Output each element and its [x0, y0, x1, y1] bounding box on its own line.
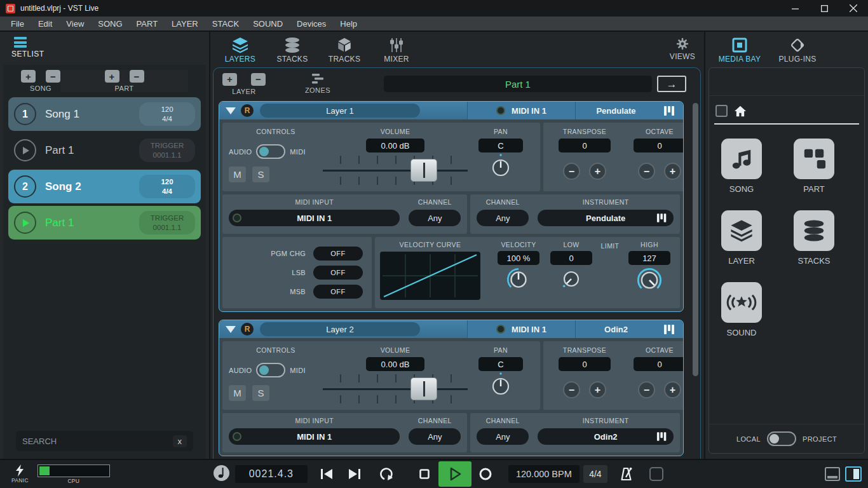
tab-mixer[interactable]: MIXER	[378, 37, 415, 64]
layer-instrument[interactable]: Pendulate	[596, 106, 635, 116]
setlist-row-part-1[interactable]: Part 1 TRIGGER 0001.1.1	[8, 133, 201, 167]
solo-button[interactable]: S	[252, 166, 269, 182]
search-input[interactable]	[22, 437, 173, 446]
layer-midi-in[interactable]: MIDI IN 1	[512, 325, 546, 334]
pgm-chg-button[interactable]: OFF	[313, 247, 363, 261]
time-signature-display[interactable]: 4/4	[583, 465, 607, 483]
collapse-icon[interactable]	[226, 326, 236, 333]
velocity-value[interactable]: 100 %	[498, 251, 539, 265]
media-tile-layer[interactable]: LAYER	[721, 210, 763, 266]
instrument-select[interactable]: Pendulate	[538, 210, 674, 226]
menu-help[interactable]: Help	[333, 18, 364, 30]
octave-minus-button[interactable]: −	[638, 381, 655, 398]
menu-layer[interactable]: LAYER	[165, 18, 205, 30]
toggle-right-zone-button[interactable]	[845, 466, 862, 482]
record-ready-badge[interactable]: R	[241, 323, 254, 336]
open-instrument-button[interactable]	[656, 320, 683, 338]
transport-checkbox[interactable]	[649, 467, 663, 481]
time-format-button[interactable]	[213, 464, 230, 484]
high-value[interactable]: 127	[628, 251, 670, 265]
layer-midi-in[interactable]: MIDI IN 1	[512, 106, 546, 116]
add-part-button[interactable]: +	[105, 70, 119, 83]
volume-slider-handle[interactable]	[410, 377, 437, 400]
media-filter-checkbox[interactable]	[715, 105, 728, 117]
pan-value[interactable]: C	[478, 357, 523, 371]
instrument-channel-select[interactable]: Any	[477, 210, 529, 226]
tab-stacks[interactable]: STACKS	[274, 37, 311, 64]
open-part-button[interactable]: →	[657, 76, 686, 92]
pan-knob[interactable]	[488, 153, 513, 180]
velocity-knob[interactable]	[505, 266, 532, 293]
tab-layers[interactable]: LAYERS	[222, 37, 259, 64]
solo-button[interactable]: S	[252, 385, 269, 401]
transpose-plus-button[interactable]: +	[589, 381, 606, 398]
remove-song-button[interactable]: −	[46, 70, 60, 83]
layer1-header[interactable]: R Layer 1 MIDI IN 1 Pendulate	[219, 102, 683, 119]
add-song-button[interactable]: +	[21, 70, 36, 83]
menu-stack[interactable]: STACK	[205, 18, 246, 30]
close-button[interactable]	[839, 0, 868, 17]
transpose-value[interactable]: 0	[559, 139, 611, 152]
transpose-plus-button[interactable]: +	[589, 163, 606, 180]
layer-name[interactable]: Layer 1	[260, 104, 420, 118]
instrument-select[interactable]: Odin2	[538, 428, 674, 445]
part-play-icon[interactable]	[14, 212, 36, 234]
channel-select[interactable]: Any	[409, 210, 461, 226]
home-icon[interactable]	[734, 105, 747, 117]
high-knob[interactable]	[635, 266, 663, 294]
menu-song[interactable]: SONG	[91, 18, 129, 30]
volume-value[interactable]: 0.00 dB	[366, 357, 424, 371]
go-to-start-button[interactable]	[313, 461, 341, 487]
media-tile-stacks[interactable]: STACKS	[793, 210, 835, 266]
views-button[interactable]: VIEWS	[670, 37, 695, 61]
remove-part-button[interactable]: −	[130, 70, 144, 83]
stop-button[interactable]	[410, 461, 438, 487]
midi-input-select[interactable]: MIDI IN 1	[229, 210, 400, 226]
audio-midi-toggle[interactable]	[256, 144, 285, 159]
media-tile-song[interactable]: SONG	[721, 139, 763, 194]
instrument-channel-select[interactable]: Any	[477, 428, 529, 445]
low-value[interactable]: 0	[550, 251, 592, 265]
octave-value[interactable]: 0	[634, 139, 684, 152]
menu-part[interactable]: PART	[130, 18, 165, 30]
menu-devices[interactable]: Devices	[290, 18, 333, 30]
open-instrument-button[interactable]	[656, 102, 683, 119]
msb-button[interactable]: OFF	[313, 285, 363, 299]
layer-instrument[interactable]: Odin2	[604, 325, 628, 334]
vertical-scrollbar[interactable]	[693, 103, 698, 376]
part-play-icon[interactable]	[14, 139, 36, 161]
octave-plus-button[interactable]: +	[664, 163, 681, 180]
transpose-minus-button[interactable]: −	[563, 381, 580, 398]
setlist-row-part-1-active[interactable]: Part 1 TRIGGER 0001.1.1	[8, 206, 201, 240]
volume-value[interactable]: 0.00 dB	[366, 139, 424, 152]
panic-button[interactable]: PANIC	[11, 464, 29, 484]
tab-plug-ins[interactable]: PLUG-INS	[776, 37, 818, 64]
octave-value[interactable]: 0	[634, 357, 684, 371]
play-button[interactable]	[438, 461, 471, 487]
go-to-end-button[interactable]	[341, 461, 369, 487]
menu-edit[interactable]: Edit	[31, 18, 59, 30]
mute-button[interactable]: M	[229, 385, 246, 401]
record-ready-badge[interactable]: R	[241, 104, 254, 117]
cycle-button[interactable]	[374, 461, 402, 487]
media-tile-sound[interactable]: SOUND	[721, 282, 763, 337]
layer-name[interactable]: Layer 2	[260, 322, 420, 336]
tab-media-bay[interactable]: MEDIA BAY	[717, 37, 763, 64]
lsb-button[interactable]: OFF	[313, 266, 363, 280]
layer2-header[interactable]: R Layer 2 MIDI IN 1 Odin2	[219, 320, 683, 338]
add-layer-button[interactable]: +	[222, 73, 237, 86]
volume-slider[interactable]	[323, 154, 468, 187]
time-display[interactable]: 0021.4.3	[235, 465, 308, 483]
remove-layer-button[interactable]: −	[251, 73, 266, 86]
maximize-button[interactable]	[810, 0, 839, 17]
volume-slider[interactable]	[323, 372, 468, 405]
media-tile-part[interactable]: PART	[793, 139, 835, 194]
low-knob[interactable]	[559, 266, 584, 292]
pan-value[interactable]: C	[478, 139, 523, 152]
bpm-display[interactable]: 120.000 BPM	[508, 465, 580, 483]
transpose-minus-button[interactable]: −	[563, 163, 580, 180]
tab-tracks[interactable]: TRACKS	[326, 37, 363, 64]
collapse-icon[interactable]	[226, 107, 236, 114]
transpose-value[interactable]: 0	[559, 357, 611, 371]
octave-minus-button[interactable]: −	[638, 163, 655, 180]
